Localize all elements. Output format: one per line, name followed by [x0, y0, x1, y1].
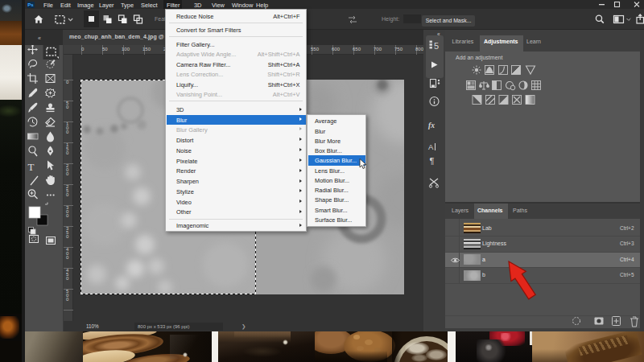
svg-text:¶: ¶	[430, 156, 435, 166]
svg-text:fx: fx	[428, 121, 435, 130]
svg-text:5: 5	[434, 41, 439, 51]
svg-text:A: A	[428, 142, 434, 151]
svg-text:T: T	[28, 161, 35, 173]
